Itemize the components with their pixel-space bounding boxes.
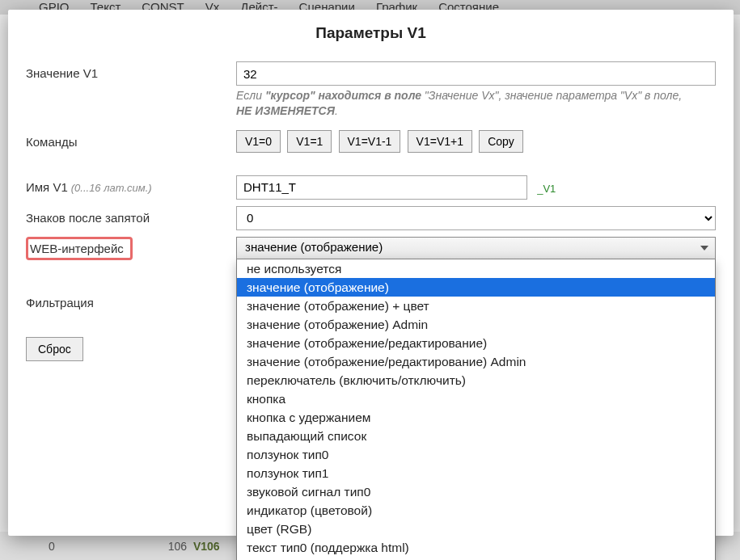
web-interface-option[interactable]: выпадающий список	[237, 427, 715, 445]
cmd-v1-1-button[interactable]: V1=1	[287, 130, 332, 153]
commands-label: Команды	[26, 130, 236, 149]
web-interface-dropdown: не используетсязначение (отображение)зна…	[236, 259, 716, 560]
cmd-copy-button[interactable]: Copy	[479, 130, 523, 153]
cmd-v1-inc-button[interactable]: V1=V1+1	[408, 130, 472, 153]
reset-button[interactable]: Сброс	[26, 337, 83, 361]
web-interface-option[interactable]: не используется	[237, 259, 715, 278]
decimals-label: Знаков после запятой	[26, 206, 236, 225]
web-interface-option[interactable]: цвет (RGB)	[237, 520, 715, 538]
web-interface-label: WEB-интерфейс	[26, 237, 133, 260]
cmd-v1-0-button[interactable]: V1=0	[236, 130, 281, 153]
dialog-title: Параметры V1	[26, 24, 716, 42]
bg-val: 0	[49, 540, 55, 553]
value-input[interactable]	[236, 61, 716, 86]
name-input[interactable]	[236, 175, 527, 200]
filter-label: Фильтрация	[26, 291, 236, 309]
commands-group: V1=0 V1=1 V1=V1-1 V1=V1+1 Copy	[236, 130, 716, 153]
web-interface-option[interactable]: переключатель (включить/отключить)	[237, 371, 715, 389]
web-interface-option[interactable]: значение (отображение) + цвет	[237, 297, 715, 315]
web-interface-option[interactable]: значение (отображение/редактирование) Ad…	[237, 352, 715, 371]
web-interface-option[interactable]: текст тип1	[237, 557, 715, 560]
web-interface-option[interactable]: значение (отображение)	[237, 278, 715, 297]
web-interface-option[interactable]: значение (отображение/редактирование)	[237, 334, 715, 352]
web-interface-option[interactable]: кнопка с удержанием	[237, 408, 715, 427]
web-interface-option[interactable]: индикатор (цветовой)	[237, 501, 715, 520]
web-interface-option[interactable]: значение (отображение) Admin	[237, 315, 715, 334]
decimals-select[interactable]: 0	[236, 206, 716, 230]
value-help: Если "курсор" находится в поле "Значение…	[236, 88, 716, 119]
value-label: Значение V1	[26, 61, 236, 80]
web-interface-option[interactable]: текст тип0 (поддержка html)	[237, 538, 715, 557]
web-interface-option[interactable]: ползунок тип1	[237, 464, 715, 482]
cmd-v1-dec-button[interactable]: V1=V1-1	[339, 130, 401, 153]
parameters-dialog: Параметры V1 Значение V1 Если "курсор" н…	[8, 10, 734, 536]
name-suffix: _V1	[537, 183, 556, 195]
bg-row-num: 106	[168, 540, 187, 553]
bg-var: V106	[193, 540, 220, 553]
web-interface-option[interactable]: звуковой сигнал тип0	[237, 482, 715, 501]
name-label: Имя V1(0...16 лат.сим.)	[26, 175, 236, 194]
web-interface-option[interactable]: ползунок тип0	[237, 445, 715, 464]
web-interface-select[interactable]: значение (отображение)	[236, 237, 716, 259]
web-interface-option[interactable]: кнопка	[237, 389, 715, 408]
